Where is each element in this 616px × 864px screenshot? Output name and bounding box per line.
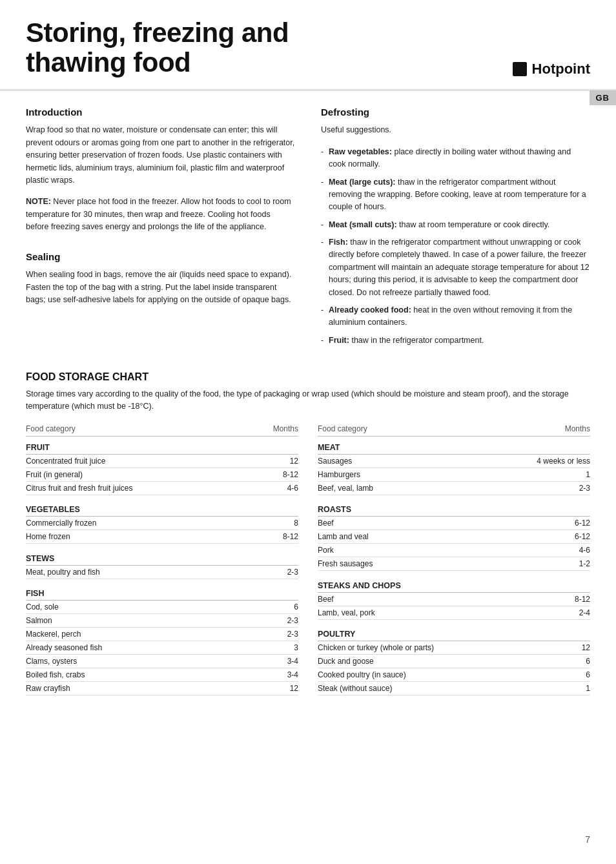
- category-label: MEAT: [318, 436, 590, 454]
- intro-defrost-section: Introduction Wrap food so that no water,…: [26, 107, 590, 352]
- chart-title: FOOD STORAGE CHART: [26, 371, 590, 383]
- right-food-table: Food category Months MEATSausages4 weeks…: [318, 424, 590, 699]
- food-months: 12: [499, 641, 590, 655]
- intro-para-2: NOTE: Never place hot food in the freeze…: [26, 196, 295, 233]
- brand-name: Hotpoint: [532, 61, 590, 77]
- chart-subtitle: Storage times vary according to the qual…: [26, 388, 590, 413]
- list-item: Meat (small cuts): thaw at room temperat…: [321, 219, 590, 231]
- category-row: FRUIT: [26, 436, 298, 454]
- category-label: FISH: [26, 582, 298, 601]
- brand-logo: Hotpoint: [513, 61, 590, 77]
- food-col-header-r: Food category: [318, 424, 499, 437]
- category-row: FISH: [26, 582, 298, 601]
- table-row: Beef6-12: [318, 517, 590, 530]
- food-months: 2-4: [499, 606, 590, 619]
- table-row: Sausages4 weeks or less: [318, 454, 590, 468]
- food-months: 3-4: [246, 655, 298, 668]
- food-name: Cooked poultry (in sauce): [318, 668, 499, 682]
- food-name: Hamburgers: [318, 468, 499, 481]
- list-item: Already cooked food: heat in the oven wi…: [321, 304, 590, 329]
- food-months: 1-2: [499, 557, 590, 571]
- category-row: POULTRY: [318, 623, 590, 641]
- page-number: 7: [585, 834, 590, 845]
- food-name: Sausages: [318, 454, 499, 468]
- sealing-title: Sealing: [26, 251, 295, 262]
- food-col-header: Food category: [26, 424, 246, 437]
- chart-left-col: Food category Months FRUITConcentrated f…: [26, 424, 298, 699]
- food-name: Home frozen: [26, 530, 246, 544]
- food-months: 6: [499, 668, 590, 682]
- page-title: Storing, freezing and thawing food: [26, 18, 289, 77]
- food-name: Salmon: [26, 614, 246, 628]
- category-row: STEWS: [26, 548, 298, 566]
- food-months: 2-3: [246, 614, 298, 628]
- food-name: Cod, sole: [26, 601, 246, 614]
- food-name: Raw crayfish: [26, 682, 246, 695]
- food-storage-chart: FOOD STORAGE CHART Storage times vary ac…: [26, 371, 590, 699]
- table-row: Concentrated fruit juice12: [26, 454, 298, 468]
- table-row: Steak (without sauce)1: [318, 682, 590, 695]
- food-name: Meat, poultry and fish: [26, 565, 246, 579]
- list-item: Meat (large cuts): thaw in the refrigera…: [321, 176, 590, 214]
- right-column: Defrosting Useful suggestions. Raw veget…: [321, 107, 590, 352]
- food-months: 12: [246, 454, 298, 468]
- food-name: Citrus fruit and fresh fruit juices: [26, 481, 246, 495]
- table-row: Beef8-12: [318, 592, 590, 606]
- category-label: VEGETABLES: [26, 499, 298, 517]
- table-row: Cod, sole6: [26, 601, 298, 614]
- food-name: Mackerel, perch: [26, 628, 246, 641]
- food-name: Beef, veal, lamb: [318, 481, 499, 495]
- food-months: 6: [499, 655, 590, 668]
- table-row: Commercially frozen8: [26, 517, 298, 530]
- list-item: Fruit: thaw in the refrigerator compartm…: [321, 334, 590, 347]
- food-name: Commercially frozen: [26, 517, 246, 530]
- food-name: Pork: [318, 544, 499, 557]
- brand-icon: [513, 62, 527, 76]
- food-months: 8: [246, 517, 298, 530]
- category-label: ROASTS: [318, 499, 590, 517]
- left-food-table: Food category Months FRUITConcentrated f…: [26, 424, 298, 699]
- gb-tab: GB: [590, 90, 617, 105]
- months-col-header: Months: [246, 424, 298, 437]
- food-months: 6-12: [499, 517, 590, 530]
- category-label: STEAKS AND CHOPS: [318, 575, 590, 593]
- table-row: Fresh sausages1-2: [318, 557, 590, 571]
- food-months: 8-12: [499, 592, 590, 606]
- category-label: POULTRY: [318, 623, 590, 641]
- category-row: STEAKS AND CHOPS: [318, 575, 590, 593]
- category-row: MEAT: [318, 436, 590, 454]
- food-months: 6-12: [499, 530, 590, 544]
- food-name: Boiled fish, crabs: [26, 668, 246, 682]
- food-months: 3-4: [246, 668, 298, 682]
- category-label: STEWS: [26, 548, 298, 566]
- main-content: Introduction Wrap food so that no water,…: [0, 91, 616, 725]
- food-name: Already seasoned fish: [26, 641, 246, 655]
- food-name: Duck and goose: [318, 655, 499, 668]
- food-months: 2-3: [246, 628, 298, 641]
- table-row: Citrus fruit and fresh fruit juices4-6: [26, 481, 298, 495]
- intro-para-1: Wrap food so that no water, moisture or …: [26, 124, 295, 187]
- table-row: Lamb, veal, pork2-4: [318, 606, 590, 619]
- defrosting-intro: Useful suggestions.: [321, 124, 590, 136]
- table-row: Clams, oysters3-4: [26, 655, 298, 668]
- table-row: Hamburgers1: [318, 468, 590, 481]
- food-months: 4 weeks or less: [499, 454, 590, 468]
- table-row: Lamb and veal6-12: [318, 530, 590, 544]
- table-row: Boiled fish, crabs3-4: [26, 668, 298, 682]
- food-months: 3: [246, 641, 298, 655]
- table-row: Chicken or turkey (whole or parts)12: [318, 641, 590, 655]
- food-months: 12: [246, 682, 298, 695]
- food-name: Lamb and veal: [318, 530, 499, 544]
- table-row: Pork4-6: [318, 544, 590, 557]
- table-row: Raw crayfish12: [26, 682, 298, 695]
- table-row: Cooked poultry (in sauce)6: [318, 668, 590, 682]
- table-row: Salmon2-3: [26, 614, 298, 628]
- food-name: Beef: [318, 592, 499, 606]
- list-item: Raw vegetables: place directly in boilin…: [321, 146, 590, 171]
- category-row: ROASTS: [318, 499, 590, 517]
- food-months: 2-3: [499, 481, 590, 495]
- category-row: VEGETABLES: [26, 499, 298, 517]
- table-row: Duck and goose6: [318, 655, 590, 668]
- chart-columns: Food category Months FRUITConcentrated f…: [26, 424, 590, 699]
- food-name: Fruit (in general): [26, 468, 246, 481]
